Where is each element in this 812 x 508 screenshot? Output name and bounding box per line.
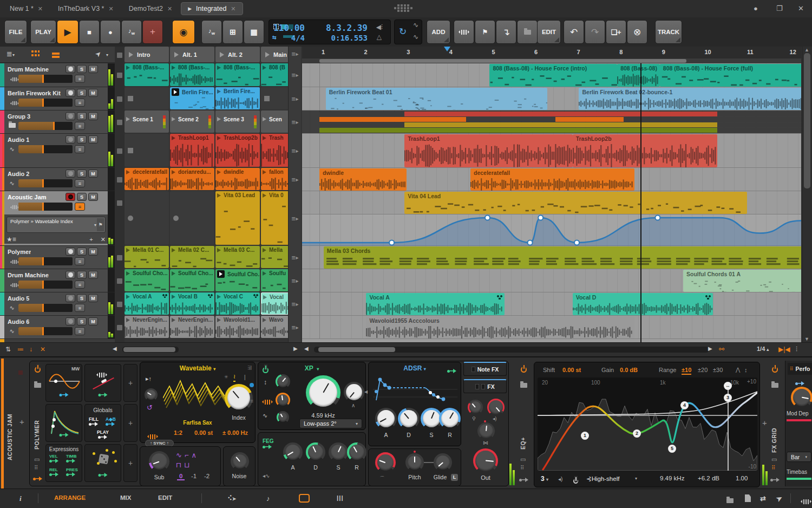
pin-icon[interactable]: ⚑ <box>97 218 104 231</box>
row-options-icon[interactable]: ≣▸ <box>291 255 298 260</box>
position-value[interactable]: 8.3.2.39 <box>326 23 368 33</box>
eq-band-2[interactable]: 2 <box>633 429 641 438</box>
track-stop-button[interactable] <box>117 148 122 154</box>
clip-stop-square[interactable] <box>264 96 270 101</box>
mute-button[interactable]: M <box>88 65 98 73</box>
overdub-button[interactable]: + <box>142 20 163 44</box>
eq-band-type-select[interactable]: ⊰High-shelf <box>586 475 619 483</box>
solo-button[interactable]: S <box>77 193 87 201</box>
eq-band-1[interactable]: 1 <box>581 432 589 440</box>
eq-band-4[interactable]: 4 <box>680 401 689 409</box>
time-signature[interactable]: 4/4 <box>291 34 305 42</box>
record-arm-button[interactable] <box>66 112 75 120</box>
track-name[interactable]: Audio 5 <box>8 295 29 302</box>
track-button[interactable]: TRACK <box>655 20 682 44</box>
timeline-zoombar[interactable] <box>302 58 801 63</box>
clip-stop-square[interactable] <box>128 148 133 153</box>
solo-button[interactable]: S <box>77 170 87 178</box>
scene-header[interactable]: Intro <box>125 47 169 62</box>
empty-clip-slot[interactable] <box>170 191 214 245</box>
eq-remote-icon[interactable]: ▭ <box>520 456 526 463</box>
file-button[interactable]: FILE <box>4 20 27 44</box>
empty-clip-slot[interactable] <box>261 87 288 109</box>
row-options-icon[interactable]: ≣▸ <box>291 96 298 102</box>
track-stop-button[interactable] <box>117 200 122 206</box>
track-stop-button[interactable] <box>117 177 122 183</box>
piano-icon[interactable] <box>799 496 812 505</box>
mute-button[interactable]: M <box>88 294 98 302</box>
mute-button[interactable]: M <box>88 170 98 178</box>
resonance-knob[interactable] <box>344 382 364 402</box>
arranger-vertical-scrollbar[interactable]: ▲▼ <box>802 47 812 342</box>
row-options-icon[interactable]: ≣▸ <box>291 119 298 125</box>
add-button[interactable]: ADD <box>427 20 450 44</box>
clip-playing-icon[interactable] <box>172 88 179 96</box>
launcher-clip[interactable]: deceleratefall <box>125 168 169 190</box>
clip-stop-dot[interactable] <box>128 216 133 221</box>
filter-knob2[interactable] <box>276 393 290 407</box>
empty-clip-slot[interactable] <box>125 191 169 245</box>
launcher-clip[interactable]: TrashLoop1 <box>170 134 214 167</box>
project-tab[interactable]: New 1 *✕ <box>3 3 49 15</box>
track-row[interactable]: Group 3SM≡ <box>0 110 115 134</box>
automation-favorite-icon[interactable]: ★≡ <box>6 236 16 243</box>
launcher-clip[interactable]: Wavoloid1... <box>215 316 260 338</box>
launcher-clip[interactable]: Berlin Fire... <box>170 87 214 109</box>
track-name[interactable]: Drum Machine <box>8 66 49 73</box>
dual-view-toggle[interactable] <box>299 494 310 503</box>
voice-knob[interactable] <box>487 399 505 416</box>
pitch-knob[interactable] <box>405 453 424 472</box>
launcher-record-button[interactable]: ◉ <box>172 20 195 44</box>
grid-resolution[interactable]: 1/4 ▴ <box>757 346 769 352</box>
track-name[interactable]: Berlin Firework Kit <box>8 90 61 96</box>
note-link-icon[interactable]: ♪ <box>266 494 270 503</box>
row-options-icon[interactable]: ≣▸ <box>291 177 298 183</box>
amp-r-knob[interactable] <box>439 408 461 429</box>
row-options-icon[interactable]: ≣▸ <box>291 278 298 284</box>
detail-icon[interactable]: ⫶ <box>796 346 797 353</box>
launcher-clip[interactable]: Vita 03 Lead <box>215 191 260 245</box>
launcher-clip[interactable]: Trash <box>261 134 288 167</box>
arranger-track-lane[interactable]: Mella 03 Chords <box>302 246 801 269</box>
row-options-icon[interactable]: ≣▸ <box>291 216 298 222</box>
volume-fader[interactable] <box>18 281 73 289</box>
mod-expressions-cell[interactable]: Expressions VEL TIMB REL PRES <box>45 444 82 482</box>
add-device-button[interactable]: + <box>19 417 24 426</box>
out-knob[interactable] <box>473 448 498 473</box>
osc-keytrack-icon[interactable] <box>146 431 160 440</box>
launcher-clip[interactable]: 808 (Bass-... <box>125 63 169 86</box>
project-tab[interactable]: InTheDark V3 *✕ <box>51 3 120 15</box>
empty-clip-slot[interactable] <box>125 134 169 167</box>
file-icon[interactable] <box>745 494 751 502</box>
track-menu-button[interactable]: ≡ <box>75 257 85 265</box>
insert-icon[interactable]: ↴ <box>496 20 516 44</box>
eq-range-20[interactable]: ±20 <box>698 367 708 373</box>
groove-icon[interactable]: ∿ <box>413 33 418 41</box>
launcher-clip[interactable]: Wavo <box>261 316 288 338</box>
arranger-track-lane[interactable]: Soulful Chords 01 A <box>302 269 801 292</box>
track-stop-button[interactable] <box>117 120 122 125</box>
mute-button[interactable]: M <box>88 135 98 144</box>
empty-clip-slot[interactable] <box>125 87 169 109</box>
undo-icon[interactable]: ↶ <box>564 20 584 44</box>
track-menu-button[interactable]: ≡ <box>75 304 85 312</box>
mute-button[interactable]: M <box>88 248 98 256</box>
solo-button[interactable]: S <box>77 135 87 144</box>
filter-spread-icon[interactable]: ↕ <box>264 379 267 386</box>
launcher-clip[interactable]: 808 (Bass-... <box>215 63 260 86</box>
tab-close-icon[interactable]: ✕ <box>231 5 235 12</box>
tempo-value[interactable]: 110.00 <box>273 23 305 33</box>
cutoff-knob[interactable] <box>306 375 340 410</box>
solo-button[interactable]: S <box>77 271 87 279</box>
track-name[interactable]: Audio 2 <box>8 171 29 177</box>
arranger-track-lane[interactable]: Berlin Firework Beat 01Berlin Firework B… <box>302 87 801 110</box>
eq-graph[interactable]: 20 100 1k 10k +10 -10 <box>538 377 757 471</box>
eq-modroute-icon[interactable] <box>519 474 528 484</box>
osc-ratio[interactable]: 1:2 <box>174 429 182 436</box>
mod-envelope-cell[interactable] <box>45 404 82 442</box>
launcher-clip[interactable]: 808 (Bass-... <box>170 63 214 86</box>
play-start-marker[interactable] <box>444 47 450 51</box>
launcher-clip[interactable]: Vocal <box>261 292 288 315</box>
glide-knob[interactable] <box>434 453 452 472</box>
automation-write-icon[interactable]: ♪w <box>121 20 142 44</box>
